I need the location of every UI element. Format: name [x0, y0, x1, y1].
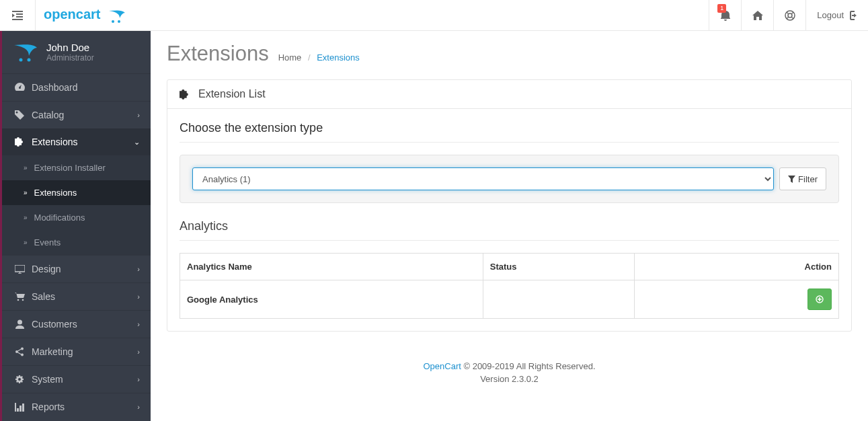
svg-rect-7 [15, 265, 25, 272]
sidebar-item-design[interactable]: Design › [2, 255, 151, 282]
col-status: Status [483, 254, 634, 280]
menu-toggle-button[interactable] [0, 0, 36, 30]
logout-button[interactable]: Logout [805, 0, 868, 30]
puzzle-icon [13, 137, 26, 147]
home-button[interactable] [741, 0, 773, 30]
sidebar-item-dashboard[interactable]: Dashboard [2, 73, 151, 101]
svg-point-9 [22, 299, 24, 301]
sidebar-subitem-events[interactable]: » Events [2, 230, 151, 255]
sign-out-icon [848, 11, 857, 20]
breadcrumb-separator: / [308, 52, 311, 63]
brand-logo[interactable]: opencart [36, 0, 131, 30]
chevron-down-icon: ⌄ [134, 138, 140, 147]
sidebar-sublabel: Modifications [34, 213, 85, 223]
chevron-right-icon: › [137, 111, 140, 119]
chevron-right-icon: › [137, 403, 140, 411]
chevron-right-icon: › [137, 348, 140, 356]
extensions-table: Analytics Name Status Action Google Anal… [180, 253, 839, 319]
svg-point-10 [17, 320, 22, 325]
sidebar-sublabel: Extension Installer [34, 163, 106, 173]
sidebar-item-marketing[interactable]: Marketing › [2, 338, 151, 365]
table-row: Google Analytics [180, 280, 839, 319]
sidebar-label: Sales [32, 291, 55, 302]
page-header: Extensions Home / Extensions [151, 31, 868, 73]
breadcrumb-extensions[interactable]: Extensions [317, 52, 360, 63]
double-chevron-icon: » [24, 189, 28, 196]
alert-badge: 1 [717, 4, 726, 13]
sidebar-label: Catalog [32, 110, 64, 120]
opencart-mark-icon [13, 42, 41, 63]
tag-icon [13, 110, 26, 120]
footer-link[interactable]: OpenCart [423, 361, 461, 371]
panel-heading: Extension List [167, 80, 851, 109]
sidebar-sublabel: Events [34, 237, 61, 247]
footer: OpenCart © 2009-2019 All Rights Reserved… [151, 348, 868, 404]
svg-point-13 [21, 354, 24, 356]
life-ring-icon [785, 10, 795, 21]
header-bar: opencart 1 Logout [0, 0, 868, 31]
chevron-right-icon: › [137, 375, 140, 383]
svg-point-6 [28, 58, 31, 61]
double-chevron-icon: » [24, 239, 28, 246]
double-chevron-icon: » [24, 164, 28, 171]
bar-chart-icon [13, 403, 26, 412]
breadcrumb: Home / Extensions [278, 52, 360, 63]
footer-copyright: © 2009-2019 All Rights Reserved. [461, 361, 596, 371]
sidebar-item-catalog[interactable]: Catalog › [2, 101, 151, 128]
svg-point-8 [17, 299, 19, 301]
profile-role: Administrator [46, 53, 94, 63]
breadcrumb-home[interactable]: Home [278, 52, 302, 63]
filter-label: Filter [798, 174, 818, 184]
choose-label: Choose the extension type [180, 121, 839, 143]
profile-avatar [13, 42, 46, 63]
sidebar-subitem-installer[interactable]: » Extension Installer [2, 155, 151, 180]
sidebar-item-extensions[interactable]: Extensions ⌄ [2, 128, 151, 155]
chevron-right-icon: › [137, 320, 140, 328]
svg-text:opencart: opencart [44, 7, 101, 22]
sidebar-item-reports[interactable]: Reports › [2, 393, 151, 420]
sidebar-subitem-extensions[interactable]: » Extensions [2, 180, 151, 205]
sidebar-item-sales[interactable]: Sales › [2, 282, 151, 310]
user-icon [13, 319, 26, 329]
puzzle-icon [180, 89, 190, 100]
logout-label: Logout [817, 10, 844, 20]
sidebar-subitem-modifications[interactable]: » Modifications [2, 205, 151, 230]
notifications-button[interactable]: 1 [709, 0, 741, 30]
help-button[interactable] [773, 0, 805, 30]
extension-panel: Extension List Choose the extension type… [167, 79, 852, 332]
cell-action [635, 280, 839, 319]
sidebar-item-system[interactable]: System › [2, 365, 151, 393]
filter-icon [788, 176, 795, 183]
sidebar-label: Dashboard [32, 82, 78, 93]
desktop-icon [13, 265, 26, 274]
install-button[interactable] [807, 289, 832, 310]
sidebar-item-customers[interactable]: Customers › [2, 310, 151, 338]
svg-point-2 [118, 20, 120, 23]
dashboard-icon [13, 83, 26, 92]
section-title: Analytics [180, 219, 839, 241]
sidebar-label: Reports [32, 401, 65, 412]
double-chevron-icon: » [24, 214, 28, 221]
sidebar-label: Customers [32, 319, 77, 330]
opencart-logo-icon: opencart [44, 7, 131, 24]
footer-version: Version 2.3.0.2 [151, 374, 868, 384]
svg-point-11 [21, 348, 24, 350]
sidebar-label: Design [32, 264, 61, 274]
extension-type-select[interactable]: Analytics (1) [192, 167, 774, 190]
filter-well: Analytics (1) Filter [180, 155, 839, 203]
chevron-right-icon: › [137, 293, 140, 301]
table-header-row: Analytics Name Status Action [180, 254, 839, 280]
gear-icon [13, 375, 26, 384]
filter-button[interactable]: Filter [779, 167, 826, 190]
page-title: Extensions [167, 42, 269, 66]
sidebar-label: System [32, 374, 63, 385]
plus-circle-icon [816, 295, 824, 303]
sidebar-label: Extensions [32, 137, 77, 147]
col-name: Analytics Name [180, 254, 483, 280]
sidebar-sublabel: Extensions [34, 188, 77, 198]
profile-block: John Doe Administrator [2, 31, 151, 73]
main-content: Extensions Home / Extensions Extension L… [151, 31, 868, 421]
menu-indent-icon [12, 11, 23, 20]
svg-point-5 [19, 58, 23, 61]
cell-status [483, 280, 634, 319]
